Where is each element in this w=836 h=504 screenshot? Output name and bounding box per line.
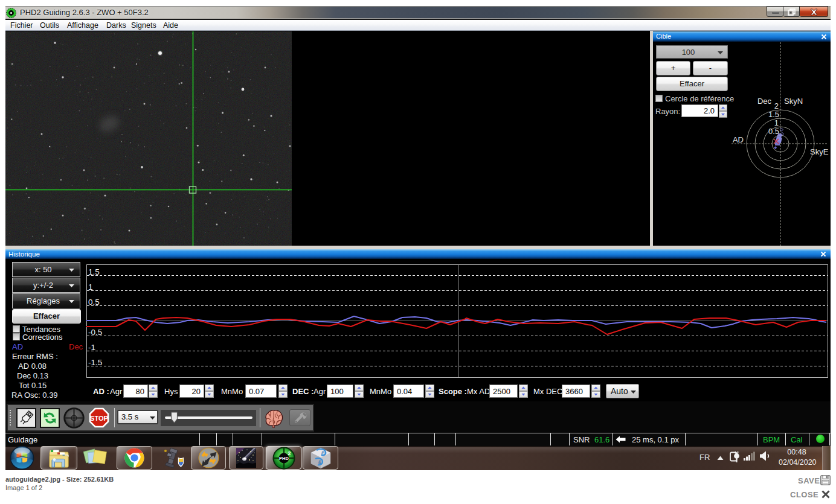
svg-text:-1: -1 — [88, 343, 95, 352]
svg-text:1: 1 — [88, 282, 93, 292]
svg-text:PHD: PHD — [279, 456, 289, 461]
svg-text:AD: AD — [733, 135, 744, 144]
svg-text:0.5: 0.5 — [88, 298, 100, 307]
svg-text:-1.5: -1.5 — [88, 358, 102, 367]
svg-text:2: 2 — [774, 101, 779, 110]
svg-text:SkyN: SkyN — [784, 97, 803, 106]
svg-text:2: 2 — [288, 450, 291, 456]
svg-text:STOP: STOP — [90, 415, 108, 422]
svg-text:-0.5: -0.5 — [88, 328, 102, 337]
svg-text:B: B — [318, 460, 321, 464]
svg-text:1.5: 1.5 — [768, 110, 779, 119]
svg-text:SkyE: SkyE — [810, 147, 829, 156]
svg-text:1: 1 — [774, 118, 779, 127]
svg-text:Dec: Dec — [757, 97, 772, 106]
svg-text:P: P — [321, 451, 324, 455]
svg-text:1.5: 1.5 — [88, 267, 100, 276]
svg-text:0.5: 0.5 — [768, 127, 779, 136]
